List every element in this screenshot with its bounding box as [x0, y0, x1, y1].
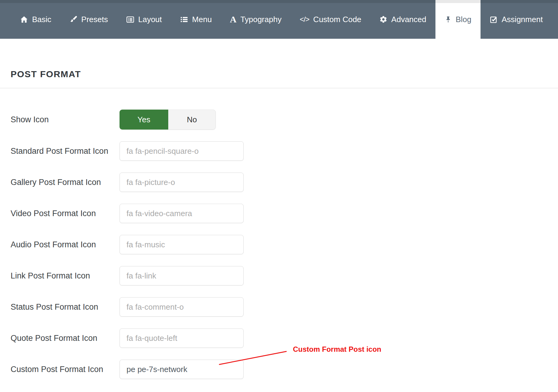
tab-label: Presets — [81, 15, 108, 24]
quote-post-format-label: Quote Post Format Icon — [11, 334, 120, 343]
gallery-post-format-label: Gallery Post Format Icon — [11, 178, 120, 187]
show-icon-no-button[interactable]: No — [168, 110, 216, 130]
tab-menu[interactable]: Menu — [171, 0, 221, 39]
tab-typography[interactable]: A Typography — [221, 0, 291, 39]
show-icon-yes-button[interactable]: Yes — [120, 110, 168, 130]
audio-post-format-input[interactable] — [120, 235, 244, 254]
tab-label: Advanced — [391, 15, 426, 24]
tab-label: Blog — [456, 15, 471, 24]
quote-post-format-input[interactable] — [120, 328, 244, 348]
link-post-format-input[interactable] — [120, 266, 244, 285]
font-icon: A — [230, 15, 237, 24]
standard-post-format-label: Standard Post Format Icon — [11, 147, 120, 156]
show-icon-label: Show Icon — [11, 115, 120, 124]
tab-label: Basic — [32, 15, 51, 24]
tab-basic[interactable]: Basic — [11, 0, 61, 39]
tab-label: Custom Code — [313, 15, 361, 24]
post-format-form: Show Icon Yes No Standard Post Format Ic… — [0, 110, 558, 379]
video-post-format-input[interactable] — [120, 204, 244, 223]
tab-assignment[interactable]: Assignment — [481, 0, 552, 39]
layout-list-icon — [126, 15, 134, 24]
status-post-format-label: Status Post Format Icon — [11, 302, 120, 312]
tab-layout[interactable]: Layout — [117, 0, 171, 39]
tab-label: Layout — [138, 15, 162, 24]
settings-tab-bar: Basic Presets Layout Menu A Typography <… — [0, 0, 558, 39]
link-post-format-label: Link Post Format Icon — [11, 271, 120, 281]
custom-post-format-label: Custom Post Format Icon — [11, 365, 120, 374]
tab-advanced[interactable]: Advanced — [370, 0, 435, 39]
tab-presets[interactable]: Presets — [61, 0, 117, 39]
page-title: POST FORMAT — [0, 39, 558, 79]
audio-post-format-label: Audio Post Format Icon — [11, 240, 120, 249]
tab-blog[interactable]: Blog — [435, 0, 481, 39]
check-square-icon — [490, 15, 498, 24]
paintbrush-icon — [70, 15, 77, 23]
home-icon — [20, 15, 28, 24]
standard-post-format-input[interactable] — [120, 141, 244, 161]
show-icon-toggle: Yes No — [120, 110, 216, 130]
tab-label: Menu — [192, 15, 212, 24]
code-icon: </> — [300, 16, 309, 23]
custom-post-format-input[interactable] — [120, 360, 244, 379]
gallery-post-format-input[interactable] — [120, 173, 244, 192]
gear-icon — [379, 15, 387, 23]
pin-icon — [445, 15, 452, 23]
menu-list-icon — [180, 15, 188, 24]
video-post-format-label: Video Post Format Icon — [11, 209, 120, 218]
section-divider — [0, 88, 558, 88]
status-post-format-input[interactable] — [120, 297, 244, 317]
tab-label: Assignment — [502, 15, 543, 24]
tab-label: Typography — [241, 15, 282, 24]
tab-custom-code[interactable]: </> Custom Code — [290, 0, 370, 39]
